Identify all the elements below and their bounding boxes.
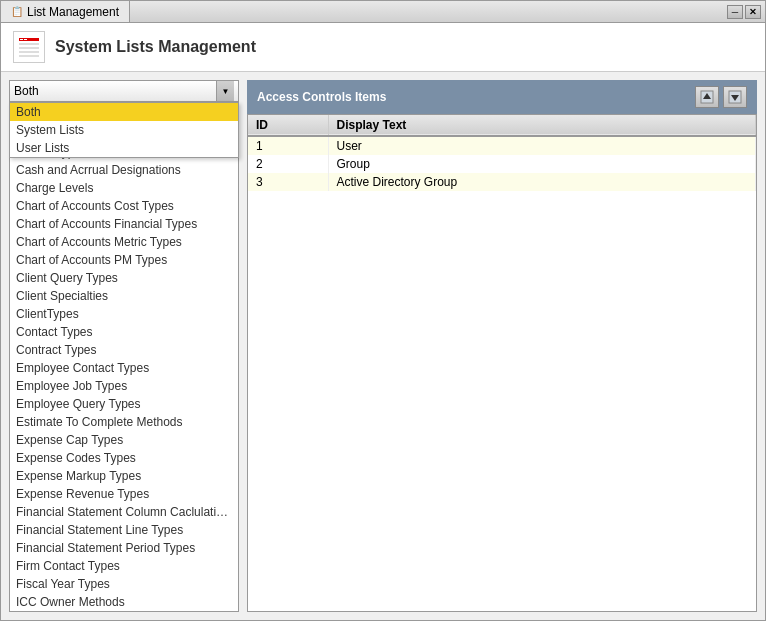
svg-rect-1 [19, 43, 39, 45]
tab-label: List Management [27, 5, 119, 19]
list-management-icon [17, 35, 41, 59]
list-item[interactable]: Chart of Accounts PM Types [10, 251, 238, 269]
dropdown-option-both[interactable]: Both [10, 103, 238, 121]
cell-display-text: Group [328, 155, 756, 173]
list-item[interactable]: Expense Revenue Types [10, 485, 238, 503]
header-action-buttons [695, 86, 747, 108]
list-item[interactable]: Financial Statement Period Types [10, 539, 238, 557]
page-title: System Lists Management [55, 38, 256, 56]
dropdown-button[interactable]: Both ▼ [9, 80, 239, 102]
list-item[interactable]: Client Query Types [10, 269, 238, 287]
svg-rect-4 [19, 55, 39, 57]
list-item[interactable]: Chart of Accounts Cost Types [10, 197, 238, 215]
right-panel: Access Controls Items [247, 80, 757, 612]
list-item[interactable]: Charge Levels [10, 179, 238, 197]
move-down-button[interactable] [723, 86, 747, 108]
list-item[interactable]: ICC Share Methods [10, 611, 238, 612]
dropdown-selected-value: Both [14, 84, 39, 98]
right-panel-header: Access Controls Items [247, 80, 757, 114]
list-item[interactable]: ClientTypes [10, 305, 238, 323]
list-item[interactable]: Client Specialties [10, 287, 238, 305]
list-item[interactable]: Employee Query Types [10, 395, 238, 413]
svg-rect-3 [19, 51, 39, 53]
col-header-display-text: Display Text [328, 115, 756, 136]
list-item[interactable]: Estimate To Complete Methods [10, 413, 238, 431]
list-container[interactable]: Billing Groups Billing Terms Border Type… [9, 106, 239, 612]
list-item[interactable]: Employee Contact Types [10, 359, 238, 377]
content-area: Both ▼ Both System Lists User Lists Bill… [1, 72, 765, 620]
list-item[interactable]: Fiscal Year Types [10, 575, 238, 593]
dropdown-menu: Both System Lists User Lists [9, 102, 239, 158]
title-bar: 📋 List Management ─ ✕ [1, 1, 765, 23]
table-row[interactable]: 3Active Directory Group [248, 173, 756, 191]
cell-display-text: Active Directory Group [328, 173, 756, 191]
list-item[interactable]: Employee Job Types [10, 377, 238, 395]
cell-display-text: User [328, 136, 756, 155]
data-table-container: ID Display Text 1User2Group3Active Direc… [247, 114, 757, 612]
down-arrow-icon [728, 90, 742, 104]
dropdown-arrow-icon: ▼ [216, 81, 234, 101]
list-item[interactable]: Financial Statement Line Types [10, 521, 238, 539]
list-item[interactable]: Expense Codes Types [10, 449, 238, 467]
filter-dropdown[interactable]: Both ▼ Both System Lists User Lists [9, 80, 239, 102]
list-item[interactable]: Chart of Accounts Financial Types [10, 215, 238, 233]
header-icon [13, 31, 45, 63]
list-item[interactable]: Chart of Accounts Metric Types [10, 233, 238, 251]
tab-icon: 📋 [11, 6, 23, 18]
list-item[interactable]: Expense Cap Types [10, 431, 238, 449]
cell-id: 1 [248, 136, 328, 155]
list-item[interactable]: Expense Markup Types [10, 467, 238, 485]
col-header-id: ID [248, 115, 328, 136]
list-item[interactable]: Cash and Acrrual Designations [10, 161, 238, 179]
list-item[interactable]: Firm Contact Types [10, 557, 238, 575]
left-panel: Both ▼ Both System Lists User Lists Bill… [9, 80, 239, 612]
table-header-row: ID Display Text [248, 115, 756, 136]
up-arrow-icon [700, 90, 714, 104]
access-controls-table: ID Display Text 1User2Group3Active Direc… [248, 115, 756, 191]
move-up-button[interactable] [695, 86, 719, 108]
list-item[interactable]: ICC Owner Methods [10, 593, 238, 611]
close-button[interactable]: ✕ [745, 5, 761, 19]
window-controls: ─ ✕ [727, 1, 765, 22]
list-item[interactable]: Financial Statement Column Caclulation T… [10, 503, 238, 521]
list-item[interactable]: Contact Types [10, 323, 238, 341]
page-header: System Lists Management [1, 23, 765, 72]
dropdown-option-user-lists[interactable]: User Lists [10, 139, 238, 157]
table-row[interactable]: 2Group [248, 155, 756, 173]
right-panel-title: Access Controls Items [257, 90, 386, 104]
cell-id: 3 [248, 173, 328, 191]
pin-button[interactable]: ─ [727, 5, 743, 19]
svg-rect-6 [24, 39, 27, 40]
window-tab[interactable]: 📋 List Management [1, 1, 130, 22]
svg-rect-2 [19, 47, 39, 49]
list-item[interactable]: Contract Types [10, 341, 238, 359]
table-row[interactable]: 1User [248, 136, 756, 155]
cell-id: 2 [248, 155, 328, 173]
dropdown-option-system-lists[interactable]: System Lists [10, 121, 238, 139]
svg-rect-5 [20, 39, 23, 40]
main-window: 📋 List Management ─ ✕ System Lists Manag… [0, 0, 766, 621]
